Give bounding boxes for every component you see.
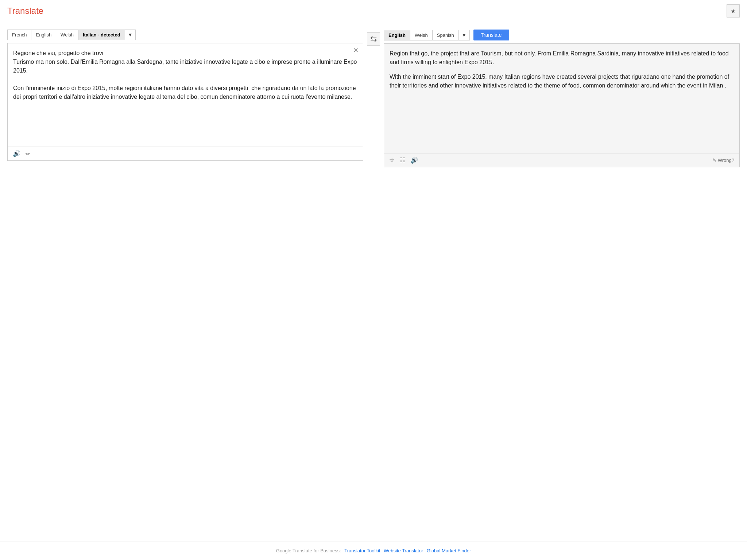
header: Translate ★	[0, 0, 747, 22]
main-area: French English Welsh Italian - detected …	[0, 22, 747, 175]
source-lang-dropdown[interactable]: ▼	[125, 30, 136, 40]
target-lang-dropdown[interactable]: ▼	[458, 30, 470, 40]
target-lang-spanish[interactable]: Spanish	[432, 30, 459, 40]
target-panel: English Welsh Spanish ▼ Translate Region…	[384, 30, 740, 167]
result-star-button[interactable]: ☆	[389, 156, 395, 164]
source-text-container: ✕ 🔊	[7, 43, 363, 161]
source-lang-bar: French English Welsh Italian - detected …	[7, 30, 363, 40]
star-icon: ★	[731, 8, 736, 15]
target-lang-bar: English Welsh Spanish ▼ Translate	[384, 30, 740, 40]
wrong-button[interactable]: ✎ Wrong?	[712, 158, 734, 163]
result-paragraph1: Region that go, the project that are Tou…	[390, 49, 734, 67]
result-text-area: Region that go, the project that are Tou…	[384, 44, 739, 153]
source-lang-english[interactable]: English	[31, 30, 56, 40]
target-lang-welsh[interactable]: Welsh	[410, 30, 433, 40]
source-panel: French English Welsh Italian - detected …	[7, 30, 363, 161]
result-bottom-left-icons: ☆ ☷ 🔊	[389, 156, 418, 164]
app-title: Translate	[7, 6, 43, 16]
result-paragraph2: With the imminent start of Expo 2015, ma…	[390, 73, 734, 90]
target-lang-english[interactable]: English	[384, 30, 410, 40]
result-list-button[interactable]: ☷	[400, 156, 405, 164]
pencil-icon: ✎	[712, 158, 716, 163]
wrong-label: Wrong?	[718, 158, 734, 163]
result-bottom-bar: ☆ ☷ 🔊 ✎ Wrong?	[384, 153, 739, 167]
swap-area: ⇆	[363, 30, 384, 46]
source-bottom-icons: 🔊	[8, 147, 363, 160]
source-edit-button[interactable]	[26, 150, 30, 158]
result-speak-button[interactable]: 🔊	[410, 156, 418, 164]
translate-button[interactable]: Translate	[473, 30, 509, 40]
clear-source-button[interactable]: ✕	[353, 47, 359, 54]
source-speak-button[interactable]: 🔊	[13, 150, 20, 158]
source-lang-french[interactable]: French	[7, 30, 31, 40]
source-textarea[interactable]	[8, 43, 363, 145]
source-lang-welsh[interactable]: Welsh	[56, 30, 78, 40]
result-area-wrapper: Region that go, the project that are Tou…	[384, 43, 740, 167]
star-button[interactable]: ★	[727, 4, 740, 18]
swap-languages-button[interactable]: ⇆	[367, 32, 380, 46]
source-lang-italian[interactable]: Italian - detected	[78, 30, 125, 40]
